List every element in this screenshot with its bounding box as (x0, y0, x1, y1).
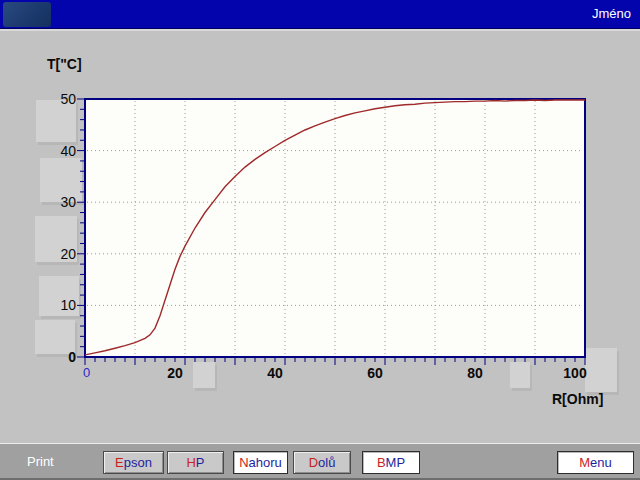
x-tick-label: 80 (467, 365, 483, 381)
dolu-button[interactable]: Dolů (293, 451, 351, 474)
nahoru-button[interactable]: Nahoru (233, 451, 288, 474)
y-tick-label: 10 (60, 297, 76, 313)
y-tick-label: 0 (68, 349, 76, 365)
hp-button[interactable]: HP (167, 451, 224, 474)
x-tick-label: 40 (267, 365, 283, 381)
accelerator-letter: H (186, 455, 195, 470)
accelerator-letter: M (579, 455, 590, 470)
accelerator-letter: N (239, 455, 248, 470)
chart-canvas: 01020304050204060801000 (0, 0, 640, 443)
y-tick-label: 20 (60, 246, 76, 262)
y-tick-label: 40 (60, 143, 76, 159)
accelerator-letter: B (377, 455, 386, 470)
x-tick-label: 20 (167, 365, 183, 381)
epson-button[interactable]: Epson (103, 451, 164, 474)
bmp-button[interactable]: BMP (362, 451, 420, 474)
x-tick-label: 100 (563, 365, 587, 381)
x-tick-label: 60 (367, 365, 383, 381)
accelerator-letter: E (115, 455, 124, 470)
y-tick-label: 30 (60, 194, 76, 210)
app-window: Jméno T["C] R[Ohm] 010203040502040608010… (0, 0, 640, 480)
x-origin-label: 0 (83, 365, 90, 380)
accelerator-letter: D (309, 455, 318, 470)
menu-button[interactable]: Menu (557, 451, 634, 474)
print-label: Print (27, 454, 54, 469)
print-toolbar: Print Epson HP Nahoru Dolů BMP Menu (0, 443, 640, 480)
y-tick-label: 50 (60, 91, 76, 107)
